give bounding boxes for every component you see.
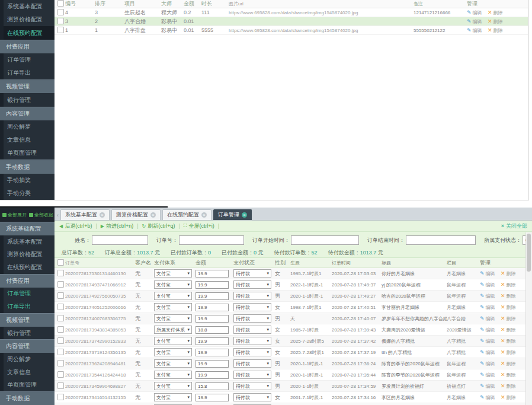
sidebar-item[interactable]: 单页面管理	[0, 146, 55, 160]
edit-button[interactable]: ✎编辑	[480, 383, 495, 390]
edit-button[interactable]: ✎编辑	[480, 293, 495, 299]
delete-button[interactable]: ✕删除	[501, 282, 516, 288]
sidebar-item[interactable]: 周公解梦	[0, 120, 55, 133]
amount-input[interactable]	[196, 315, 229, 323]
collapse-all-button[interactable]: 全部收起	[29, 212, 53, 218]
sidebar-item[interactable]: 测算价格配置	[0, 248, 55, 261]
edit-button[interactable]: ✎编辑	[480, 372, 495, 378]
sidebar-item[interactable]: 订单管理	[0, 53, 55, 66]
row-checkbox[interactable]	[55, 394, 65, 401]
row-checkbox[interactable]	[55, 382, 65, 390]
delete-button[interactable]: ✕删除	[501, 315, 516, 322]
tab-close-icon[interactable]: ×	[100, 212, 105, 218]
edit-button[interactable]: ✎编辑	[480, 338, 495, 345]
end-time-filter-input[interactable]	[406, 235, 476, 245]
pay-system-select[interactable]: 所属支付体系▾	[154, 326, 192, 334]
toolbar-button[interactable]: ◀后退(ctrl+b)	[59, 222, 92, 230]
edit-button[interactable]: ✎编辑	[467, 18, 482, 25]
pay-system-select[interactable]: 支付宝▾	[154, 382, 192, 390]
sidebar-item[interactable]: 视频管理	[0, 313, 55, 327]
edit-button[interactable]: ✎编辑	[480, 270, 495, 277]
sidebar-item[interactable]: 付费应用	[0, 274, 55, 288]
sidebar-item[interactable]: 订单导出	[0, 300, 55, 313]
pay-status-select[interactable]: 待付款▾	[233, 348, 271, 356]
pay-status-select[interactable]: 待付款▾	[233, 337, 271, 345]
pay-system-select[interactable]: 支付宝▾	[154, 359, 192, 368]
pay-status-select[interactable]: 待付款▾	[233, 371, 271, 379]
sidebar-item[interactable]: 银行管理	[0, 93, 55, 106]
row-checkbox[interactable]	[55, 360, 65, 368]
delete-button[interactable]: ✕删除	[501, 304, 516, 311]
sidebar-item[interactable]: 文章信息	[0, 133, 55, 146]
pay-status-select[interactable]: 待付款▾	[233, 359, 271, 368]
edit-button[interactable]: ✎编辑	[480, 282, 495, 288]
row-checkbox[interactable]	[55, 371, 65, 379]
sidebar-item[interactable]: 在线预约配置	[0, 26, 55, 39]
delete-button[interactable]: ✕删除	[501, 327, 516, 333]
pay-system-select[interactable]: 支付宝▾	[154, 292, 192, 300]
delete-button[interactable]: ✕删除	[488, 9, 503, 16]
pay-status-select[interactable]: 待付款▾	[233, 303, 271, 311]
pay-system-select[interactable]: 支付宝▾	[154, 348, 192, 356]
tab[interactable]: 订单管理 ×	[213, 209, 252, 220]
amount-input[interactable]	[196, 349, 229, 356]
row-checkbox[interactable]	[55, 304, 65, 311]
expand-all-button[interactable]: 全部展开	[2, 212, 27, 218]
amount-input[interactable]	[196, 371, 229, 379]
sidebar-item[interactable]: 银行管理	[0, 327, 55, 340]
scrollbar-thumb[interactable]	[527, 234, 531, 272]
sidebar-item[interactable]: 手动数据	[0, 391, 55, 405]
row-checkbox[interactable]	[55, 281, 65, 289]
pay-status-select[interactable]: 待付款▾	[233, 292, 271, 300]
pay-status-select[interactable]: 待付款▾	[233, 269, 271, 278]
sidebar-item[interactable]: 系统基础配置	[0, 222, 55, 235]
tabs-scroll-left-icon[interactable]: ‹	[57, 212, 59, 218]
sidebar-item[interactable]: 内容管理	[0, 107, 55, 120]
amount-input[interactable]	[196, 326, 229, 334]
sidebar-item[interactable]: 文章信息	[0, 366, 55, 379]
delete-button[interactable]: ✕删除	[501, 270, 516, 277]
name-filter-input[interactable]	[92, 235, 148, 245]
pay-system-select[interactable]: 支付宝▾	[154, 393, 192, 401]
order-no-filter-input[interactable]	[179, 235, 244, 245]
amount-input[interactable]	[196, 382, 229, 390]
delete-button[interactable]: ✕删除	[501, 361, 516, 367]
row-checkbox[interactable]	[55, 315, 65, 323]
toolbar-button[interactable]: ↻刷新(ctrl+q)	[142, 222, 175, 230]
sidebar-item[interactable]: 手动分类	[0, 187, 55, 200]
select-all-checkbox[interactable]	[55, 259, 65, 267]
tab[interactable]: 测算价格配置 ×	[111, 209, 161, 220]
delete-button[interactable]: ✕删除	[488, 18, 503, 25]
image-url-link[interactable]: https://www.695828.com/data/shanceimg/im…	[229, 10, 414, 15]
edit-button[interactable]: ✎编辑	[467, 9, 482, 16]
pay-status-select[interactable]: 待付款▾	[233, 393, 271, 401]
tab[interactable]: 系统基本配置 ×	[60, 209, 110, 220]
image-url-link[interactable]: https://www.695828.com/data/shanceimg/im…	[229, 28, 414, 33]
pay-system-select[interactable]: 支付宝▾	[154, 303, 192, 311]
pay-system-select[interactable]: 支付宝▾	[154, 314, 192, 323]
close-all-button[interactable]: ×关闭全部	[501, 222, 527, 230]
edit-button[interactable]: ✎编辑	[480, 361, 495, 367]
edit-button[interactable]: ✎编辑	[480, 394, 495, 401]
amount-input[interactable]	[196, 360, 229, 368]
edit-button[interactable]: ✎编辑	[480, 327, 495, 333]
row-checkbox[interactable]	[55, 326, 65, 334]
delete-button[interactable]: ✕删除	[501, 394, 516, 401]
pay-system-select[interactable]: 支付宝▾	[154, 280, 192, 289]
tab-close-icon[interactable]: ×	[201, 212, 207, 218]
tab[interactable]: 在线预约配置 ×	[162, 209, 211, 220]
amount-input[interactable]	[196, 394, 229, 401]
edit-button[interactable]: ✎编辑	[480, 349, 495, 356]
sidebar-item[interactable]: 测算价格配置	[0, 13, 55, 26]
amount-input[interactable]	[196, 304, 229, 311]
row-checkbox[interactable]	[55, 292, 65, 300]
start-time-filter-input[interactable]	[291, 235, 359, 245]
row-checkbox[interactable]	[55, 270, 65, 278]
pay-system-select[interactable]: 支付宝▾	[154, 371, 192, 379]
amount-input[interactable]	[196, 270, 229, 278]
tab-close-icon[interactable]: ×	[242, 212, 247, 218]
edit-button[interactable]: ✎编辑	[480, 304, 495, 311]
row-checkbox[interactable]	[55, 349, 65, 356]
sidebar-item[interactable]: 系统基本配置	[0, 0, 55, 13]
pay-status-select[interactable]: 待付款▾	[233, 326, 271, 334]
